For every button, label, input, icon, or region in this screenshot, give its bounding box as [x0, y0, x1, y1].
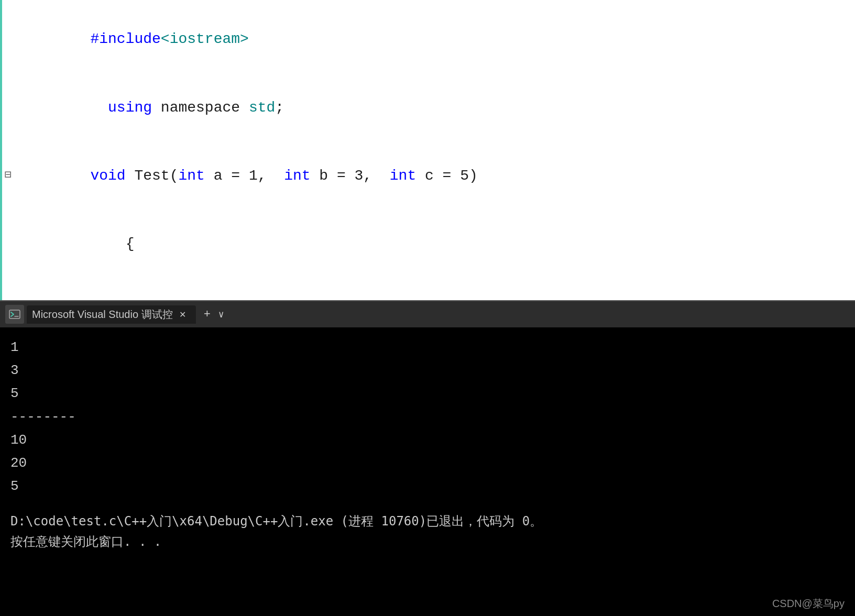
keyword-int-1: int [178, 168, 204, 184]
code-editor: #include<iostream> using namespace std; … [0, 0, 855, 301]
fold-gutter-4 [0, 210, 16, 278]
code-line-3: ⊟ void Test(int a = 1, int b = 3, int c … [0, 141, 855, 210]
include-path: <iostream> [161, 31, 249, 47]
output-line-3: 5 [10, 382, 845, 405]
fold-gutter-3: ⊟ [0, 141, 16, 210]
terminal-icon [5, 305, 24, 324]
terminal-footer-line2: 按任意键关闭此窗口. . . [10, 532, 845, 552]
keyword-void: void [90, 168, 125, 184]
terminal-tab-label: Microsoft Visual Studio 调试控 [32, 307, 173, 322]
keyword-include: #include [90, 31, 160, 47]
output-line-1: 1 [10, 336, 845, 359]
code-line-2: using namespace std; [0, 73, 855, 141]
output-line-7: 5 [10, 475, 845, 498]
terminal-area: Microsoft Visual Studio 调试控 ✕ + ∨ 1 3 5 … [0, 301, 855, 616]
code-container: #include<iostream> using namespace std; … [0, 0, 855, 301]
keyword-int-3: int [390, 168, 416, 184]
code-line-5: │ cout << a << endl; [0, 278, 855, 301]
terminal-tab-close-button[interactable]: ✕ [177, 309, 189, 320]
namespace-text: namespace [152, 100, 249, 116]
fold-gutter-1 [0, 5, 16, 73]
code-line-4: { [0, 210, 855, 278]
code-text-1: #include<iostream> [16, 5, 249, 73]
output-line-2: 3 [10, 359, 845, 382]
terminal-tab-bar: Microsoft Visual Studio 调试控 ✕ + ∨ [0, 301, 855, 327]
output-line-4: -------- [10, 405, 845, 428]
code-text-5: │ cout << a << endl; [16, 278, 328, 301]
output-line-6: 20 [10, 452, 845, 475]
code-text-3: void Test(int a = 1, int b = 3, int c = … [16, 141, 478, 210]
terminal-dropdown-button[interactable]: ∨ [218, 309, 224, 320]
keyword-int-2: int [284, 168, 310, 184]
code-text-4: { [16, 210, 134, 278]
csdn-watermark: CSDN@菜鸟py [772, 597, 845, 611]
fold-gutter-5 [0, 278, 16, 301]
terminal-tab-active[interactable]: Microsoft Visual Studio 调试控 ✕ [27, 305, 196, 324]
code-line-1: #include<iostream> [0, 5, 855, 73]
terminal-footer: D:\code\test.c\C++入门\x64\Debug\C++入门.exe… [0, 506, 855, 557]
terminal-footer-line1: D:\code\test.c\C++入门\x64\Debug\C++入门.exe… [10, 511, 845, 531]
svg-rect-0 [9, 310, 20, 318]
output-line-5: 10 [10, 428, 845, 452]
code-text-2: using namespace std; [16, 73, 284, 141]
terminal-output: 1 3 5 -------- 10 20 5 [0, 327, 855, 506]
terminal-add-tab-button[interactable]: + [199, 308, 216, 321]
std-text: std [249, 100, 275, 116]
keyword-using: using [90, 100, 152, 116]
fold-gutter-2 [0, 73, 16, 141]
